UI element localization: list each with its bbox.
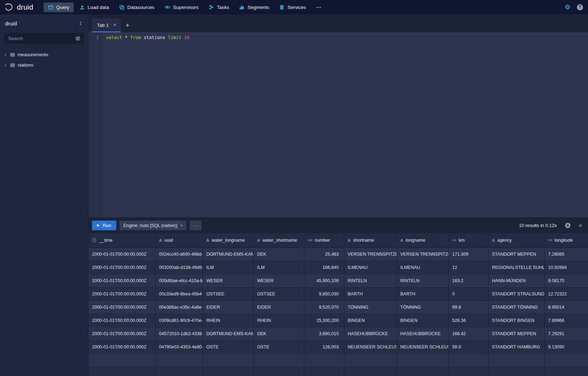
table-cell[interactable]: 005dfdae-efcc-410a-bf1 — [155, 274, 203, 287]
column-header-longname[interactable]: Alongname — [397, 233, 448, 247]
table-cell[interactable]: 45,900,109 — [304, 274, 344, 287]
table-cell[interactable]: 0309cd61-90c9-470e-99 — [155, 314, 203, 327]
table-cell[interactable]: 25,463 — [304, 247, 344, 261]
settings-gear-icon[interactable]: ⚙ — [565, 4, 570, 10]
table-cell[interactable]: STANDORT STRALSUND — [488, 287, 544, 300]
chevron-right-icon[interactable]: › — [3, 52, 8, 58]
table-cell[interactable]: EIDER — [203, 300, 253, 314]
table-cell[interactable] — [448, 353, 488, 367]
table-cell[interactable]: 10.92884 — [544, 261, 588, 274]
help-icon[interactable]: ? — [577, 4, 583, 10]
table-cell[interactable]: 2000-01-01T00:00:00.000Z — [88, 274, 155, 287]
table-cell[interactable]: 7.29291 — [544, 327, 588, 340]
table-cell[interactable]: RHEIN — [253, 314, 304, 327]
table-cell[interactable]: OSTSEE — [203, 287, 253, 300]
table-cell[interactable] — [397, 367, 448, 376]
table-cell[interactable]: 7.26085 — [544, 247, 588, 261]
nav-item-more[interactable] — [312, 3, 326, 12]
table-cell[interactable]: 528.36 — [448, 314, 488, 327]
double-caret-icon[interactable] — [78, 21, 83, 26]
table-cell[interactable]: VERSEN TRENNSPITZE — [344, 247, 397, 261]
download-icon[interactable] — [565, 222, 571, 228]
table-cell[interactable]: HASEHUBBRÜCKE — [397, 327, 448, 340]
nav-item-services[interactable]: Services — [275, 3, 310, 12]
table-cell[interactable] — [397, 353, 448, 367]
table-cell[interactable]: 7.89966 — [544, 314, 588, 327]
nav-item-query[interactable]: Query — [44, 3, 74, 12]
table-cell[interactable]: 003200ab-d138-49d9-a — [155, 261, 203, 274]
table-cell[interactable]: 163.2 — [448, 274, 488, 287]
table-cell[interactable]: RHEIN — [203, 314, 253, 327]
table-cell[interactable]: VERSEN TRENNSPITZE — [397, 247, 448, 261]
table-cell[interactable] — [304, 367, 344, 376]
table-cell[interactable]: 3,690,010 — [304, 327, 344, 340]
table-cell[interactable]: NEUENSEER SCHLEUSEN — [397, 340, 448, 353]
column-header-time[interactable]: __time — [88, 233, 155, 247]
table-cell[interactable] — [344, 367, 397, 376]
table-cell[interactable]: 0 — [448, 287, 488, 300]
nav-item-load-data[interactable]: Load data — [75, 3, 113, 12]
tab-close-icon[interactable]: × — [113, 22, 116, 28]
table-cell[interactable]: RINTELN — [344, 274, 397, 287]
table-cell[interactable]: REGIONALSTELLE SUHL — [488, 261, 544, 274]
column-header-km[interactable]: 1.0km — [448, 233, 488, 247]
table-cell[interactable]: 166,640 — [304, 261, 344, 274]
table-cell[interactable] — [488, 367, 544, 376]
more-options-button[interactable]: ··· — [190, 221, 201, 230]
table-cell[interactable]: WESER — [253, 274, 304, 287]
column-header-water-longname[interactable]: Awater_longname — [203, 233, 253, 247]
table-cell[interactable]: 04790e03-4353-4e80-be — [155, 340, 203, 353]
nav-item-tasks[interactable]: Tasks — [204, 3, 234, 12]
table-cell[interactable]: 2000-01-01T00:00:00.000Z — [88, 340, 155, 353]
query-editor[interactable]: 1 select * from stations limit 10 — [88, 32, 588, 217]
table-cell[interactable]: OSTSEE — [253, 287, 304, 300]
table-cell[interactable]: 126,003 — [304, 340, 344, 353]
table-cell[interactable] — [448, 367, 488, 376]
column-header-number[interactable]: 123number — [304, 233, 344, 247]
table-cell[interactable]: 166.42 — [448, 327, 488, 340]
table-cell[interactable]: 9.13090 — [544, 340, 588, 353]
table-cell[interactable]: RINTELN — [397, 274, 448, 287]
table-cell[interactable]: 2000-01-01T00:00:00.000Z — [88, 247, 155, 261]
table-cell[interactable]: 00e386ac-e35c-4a6e-80 — [155, 300, 203, 314]
table-cell[interactable]: HANN-MÜNDEN — [488, 274, 544, 287]
table-cell[interactable]: STANDORT HAMBURG — [488, 340, 544, 353]
nav-item-segments[interactable]: Segments — [235, 3, 273, 12]
tree-item-stations[interactable]: ›stations — [0, 60, 88, 70]
column-header-shortname[interactable]: Ashortname — [344, 233, 397, 247]
table-cell[interactable]: EIDER — [253, 300, 304, 314]
table-cell[interactable]: 2000-01-01T00:00:00.000Z — [88, 300, 155, 314]
nav-item-datasources[interactable]: Datasources — [115, 3, 159, 12]
table-cell[interactable]: OSTE — [253, 340, 304, 353]
search-box[interactable] — [4, 33, 84, 44]
table-cell[interactable] — [155, 367, 203, 376]
table-cell[interactable]: BARTH — [344, 287, 397, 300]
table-cell[interactable]: ILMENAU — [397, 261, 448, 274]
brand[interactable]: druid — [4, 3, 33, 12]
table-cell[interactable]: 9,520,070 — [304, 300, 344, 314]
run-button[interactable]: ▶ Run — [92, 221, 116, 230]
close-results-icon[interactable]: × — [578, 222, 582, 229]
table-cell[interactable]: TÖNNING — [397, 300, 448, 314]
table-cell[interactable]: 9.08170 — [544, 274, 588, 287]
table-cell[interactable]: DEK — [253, 327, 304, 340]
table-cell[interactable]: 12 — [448, 261, 488, 274]
new-tab-button[interactable]: + — [121, 19, 134, 32]
nav-item-supervisors[interactable]: Supervisors — [160, 2, 203, 12]
table-cell[interactable]: ILM — [253, 261, 304, 274]
table-cell[interactable]: ILMENAU — [344, 261, 397, 274]
table-cell[interactable] — [488, 353, 544, 367]
table-cell[interactable] — [155, 353, 203, 367]
table-cell[interactable] — [253, 353, 304, 367]
table-cell[interactable] — [544, 367, 588, 376]
table-cell[interactable] — [203, 367, 253, 376]
table-cell[interactable]: STANDORT MEPPEN — [488, 247, 544, 261]
tab-1[interactable]: Tab 1 × — [92, 19, 121, 32]
table-cell[interactable]: 00c33ed9-6bea-45b4-87 — [155, 287, 203, 300]
table-cell[interactable] — [203, 353, 253, 367]
table-cell[interactable] — [544, 353, 588, 367]
table-cell[interactable]: TÖNNING — [344, 300, 397, 314]
table-cell[interactable]: DEK — [253, 247, 304, 261]
table-cell[interactable]: 2000-01-01T00:00:00.000Z — [88, 261, 155, 274]
chevron-right-icon[interactable]: › — [3, 62, 8, 68]
